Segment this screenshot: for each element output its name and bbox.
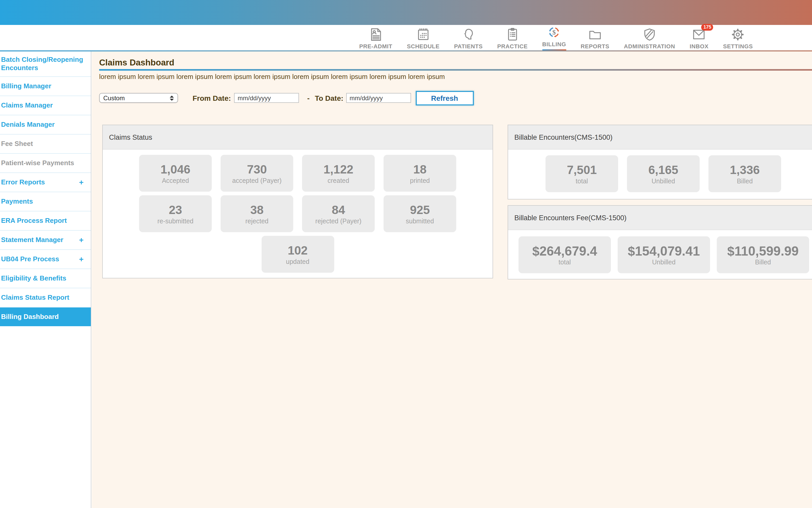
sidebar-item-label: Eligibility & Benefits xyxy=(1,274,66,282)
administration-icon xyxy=(642,27,657,41)
sidebar-item-ub04-pre-process[interactable]: UB04 Pre Process+ xyxy=(0,250,91,269)
stat-value: 1,336 xyxy=(730,163,760,176)
sidebar-item-claims-status-report[interactable]: Claims Status Report xyxy=(0,288,91,307)
expand-plus-icon[interactable]: + xyxy=(79,173,84,192)
stat-label: total xyxy=(559,258,571,266)
pre-admit-icon xyxy=(369,27,383,41)
stat-value: 730 xyxy=(247,162,267,176)
nav-reports[interactable]: REPORTS xyxy=(581,27,610,49)
practice-icon xyxy=(506,27,520,41)
nav-patients[interactable]: PATIENTS xyxy=(454,27,483,49)
sidebar-item-label: Error Reports xyxy=(1,178,45,186)
sidebar-item-patient-wise-payments[interactable]: Patient-wise Payments xyxy=(0,154,91,173)
top-gradient-bar xyxy=(0,0,812,25)
billing-dashboard-app: PRE-ADMIT SCHEDULE PATIENTS xyxy=(0,0,812,508)
page-subtitle: lorem ipsum lorem ipsum lorem ipsum lore… xyxy=(99,73,812,80)
stat-label: total xyxy=(576,177,588,185)
nav-schedule[interactable]: SCHEDULE xyxy=(407,27,440,49)
sidebar-item-claims-manager[interactable]: Claims Manager xyxy=(0,96,91,115)
sidebar-item-billing-dashboard[interactable]: Billing Dashboard xyxy=(0,307,91,326)
stat-label: Unbilled xyxy=(652,177,675,185)
select-spinner-icon xyxy=(170,95,174,100)
stat-tile-fee-unbilled: $154,079.41 Unbilled xyxy=(618,236,710,273)
stat-tile-resubmitted: 23 re-submitted xyxy=(139,195,212,232)
stat-label: created xyxy=(328,177,349,184)
sidebar-item-denials-manager[interactable]: Denials Manager xyxy=(0,115,91,134)
billing-sidebar: Batch Closing/Reopening Encounters Billi… xyxy=(0,51,91,508)
stat-tile-rejected: 38 rejected xyxy=(221,195,293,232)
expand-plus-icon[interactable]: + xyxy=(79,250,84,268)
nav-administration[interactable]: ADMINISTRATION xyxy=(624,27,675,49)
sidebar-item-payments[interactable]: Payments xyxy=(0,192,91,211)
billable-encounters-panel: Billable Encounters(CMS-1500) 7,501 tota… xyxy=(508,125,812,200)
refresh-button[interactable]: Refresh xyxy=(416,91,474,105)
date-range-select[interactable]: Custom xyxy=(99,93,178,103)
nav-billing[interactable]: $ BILLING xyxy=(542,26,566,51)
sidebar-item-statement-manager[interactable]: Statement Manager+ xyxy=(0,230,91,250)
nav-inbox[interactable]: 175 INBOX xyxy=(690,27,709,49)
sidebar-item-label: UB04 Pre Process xyxy=(1,255,59,263)
stat-tile-printed: 18 printed xyxy=(384,155,456,192)
sidebar-item-label: Billing Dashboard xyxy=(1,313,59,321)
stat-label: Billed xyxy=(737,177,753,185)
sidebar-item-era-process-report[interactable]: ERA Process Report xyxy=(0,211,91,230)
sidebar-item-label: Denials Manager xyxy=(1,121,55,128)
date-separator: - xyxy=(307,94,309,102)
stat-tile-accepted: 1,046 Accepted xyxy=(139,155,212,192)
svg-text:$: $ xyxy=(553,29,556,36)
stat-value: 84 xyxy=(332,203,345,216)
claims-status-panel-title: Claims Status xyxy=(103,125,492,150)
nav-schedule-label: SCHEDULE xyxy=(407,43,440,49)
stat-tile-encounters-billed: 1,336 Billed xyxy=(709,155,781,192)
stat-value: $264,679.4 xyxy=(532,244,597,257)
main-navbar: PRE-ADMIT SCHEDULE PATIENTS xyxy=(0,25,812,51)
stat-tile-created: 1,122 created xyxy=(302,155,375,192)
to-date-label: To Date: xyxy=(315,94,343,102)
stat-value: 1,046 xyxy=(160,162,190,176)
nav-patients-label: PATIENTS xyxy=(454,43,483,49)
sidebar-item-label: Claims Manager xyxy=(1,101,53,109)
nav-reports-label: REPORTS xyxy=(581,43,610,49)
stat-tile-updated: 102 updated xyxy=(261,236,334,273)
sidebar-item-label: Patient-wise Payments xyxy=(1,159,74,167)
sidebar-item-error-reports[interactable]: Error Reports+ xyxy=(0,173,91,192)
stat-tile-rejected-payer: 84 rejected (Payer) xyxy=(302,195,375,232)
sidebar-item-billing-manager[interactable]: Billing Manager xyxy=(0,77,91,96)
sidebar-item-label: Batch Closing/Reopening Encounters xyxy=(1,55,83,72)
claims-status-tiles: 1,046 Accepted 730 accepted (Payer) 1,12… xyxy=(103,155,492,273)
stat-value: 925 xyxy=(410,203,430,216)
sidebar-item-fee-sheet[interactable]: Fee Sheet xyxy=(0,134,91,154)
nav-inbox-label: INBOX xyxy=(690,43,709,49)
stat-label: re-submitted xyxy=(157,217,194,225)
filter-bar: Custom From Date: - To Date: Refresh xyxy=(99,91,812,105)
reports-icon xyxy=(588,27,602,41)
sidebar-item-batch-closing[interactable]: Batch Closing/Reopening Encounters xyxy=(0,51,91,77)
stat-label: rejected (Payer) xyxy=(315,217,362,225)
date-range-select-value: Custom xyxy=(103,94,170,101)
stat-label: updated xyxy=(286,258,309,265)
stat-value: 7,501 xyxy=(567,163,596,176)
stat-label: submitted xyxy=(406,217,434,225)
sidebar-item-eligibility-benefits[interactable]: Eligibility & Benefits xyxy=(0,269,91,288)
from-date-input[interactable] xyxy=(234,93,299,103)
expand-plus-icon[interactable]: + xyxy=(79,230,84,249)
page-title: Claims Dashboard xyxy=(99,58,812,68)
stat-value: 18 xyxy=(413,162,426,176)
schedule-icon xyxy=(416,27,430,41)
stat-label: printed xyxy=(410,177,430,184)
sidebar-item-label: Fee Sheet xyxy=(1,140,33,147)
nav-pre-admit-label: PRE-ADMIT xyxy=(359,43,392,49)
nav-practice[interactable]: PRACTICE xyxy=(497,27,528,49)
to-date-input[interactable] xyxy=(346,93,411,103)
nav-pre-admit[interactable]: PRE-ADMIT xyxy=(359,27,392,49)
settings-icon xyxy=(731,27,745,41)
main-content: Claims Dashboard lorem ipsum lorem ipsum… xyxy=(92,51,812,508)
stat-label: accepted (Payer) xyxy=(232,177,282,184)
stat-tile-fee-billed: $110,599.99 Billed xyxy=(717,236,809,273)
nav-settings[interactable]: SETTINGS xyxy=(723,27,753,49)
stat-tile-accepted-payer: 730 accepted (Payer) xyxy=(221,155,293,192)
stat-value: 6,165 xyxy=(648,163,678,176)
stat-tile-encounters-unbilled: 6,165 Unbilled xyxy=(627,155,700,192)
billable-encounters-fee-panel: Billable Encounters Fee(CMS-1500) $264,6… xyxy=(508,205,812,280)
title-underline xyxy=(99,69,812,70)
